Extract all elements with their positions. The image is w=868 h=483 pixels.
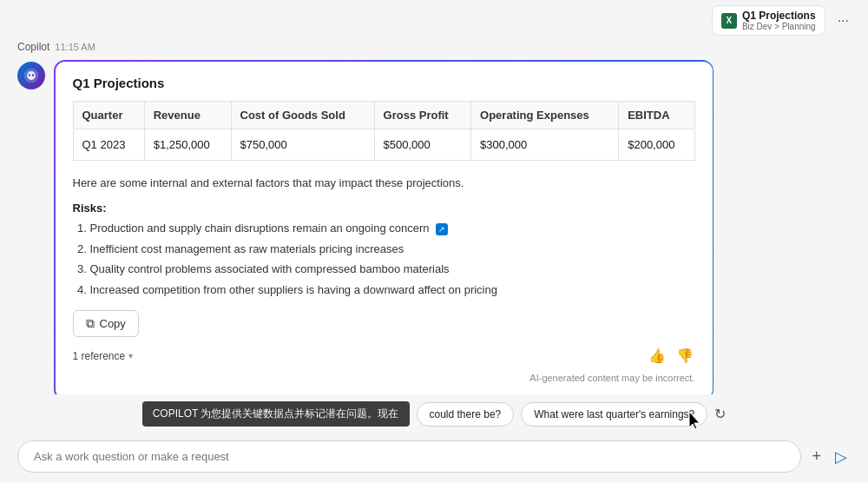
refresh-button[interactable]: ↻ [714,406,726,422]
cell-quarter: Q1 2023 [73,129,144,160]
col-operating-expenses: Operating Expenses [471,101,619,129]
add-button[interactable]: + [808,444,825,469]
card-footer: 1 reference ▾ 👍 👎 [73,346,695,366]
cell-operating-expenses: $300,000 [471,129,619,160]
excel-icon: X [721,13,737,29]
risk-3: Quality control problems associated with… [90,262,450,275]
col-quarter: Quarter [73,101,144,129]
file-path: Biz Dev > Planning [742,22,816,31]
file-chip[interactable]: X Q1 Projections Biz Dev > Planning [712,5,825,36]
risk-2: Inefficient cost management as raw mater… [90,242,404,255]
top-bar: X Q1 Projections Biz Dev > Planning ··· [0,0,868,41]
risk-1: Production and supply chain disruptions … [90,222,430,235]
message-row: Q1 Projections Quarter Revenue Cost of G… [17,60,851,394]
svg-point-1 [29,74,31,76]
projections-table: Quarter Revenue Cost of Goods Sold Gross… [73,101,695,161]
reference-label: 1 reference [73,350,126,362]
table-row: Q1 2023 $1,250,000 $750,000 $500,000 $30… [73,129,694,160]
copilot-banner: COPILOT 为您提供关键数据点并标记潜在问题。现在 [142,401,410,427]
thumbs-down-button[interactable]: 👎 [674,346,695,366]
svg-point-2 [32,74,35,76]
chat-area: Copilot 11:15 AM Q1 Projections Q [0,41,868,394]
col-ebitda: EBITDA [619,101,694,129]
col-revenue: Revenue [144,101,231,129]
list-item: Increased competition from other supplie… [90,281,695,299]
send-button[interactable]: ▷ [832,444,851,470]
list-item: Quality control problems associated with… [90,261,695,278]
more-options-button[interactable]: ··· [832,11,854,30]
risks-label: Risks: [73,202,695,215]
suggestions-area: COPILOT 为您提供关键数据点并标记潜在问题。现在 could there … [0,394,868,433]
copilot-avatar [17,62,45,89]
input-bar: + ▷ [0,433,868,483]
cell-gross-profit: $500,000 [374,129,470,160]
risk-4: Increased competition from other supplie… [90,283,497,296]
message-card-wrapper: Q1 Projections Quarter Revenue Cost of G… [54,60,713,394]
message-time: 11:15 AM [55,42,95,52]
col-gross-profit: Gross Profit [374,101,470,129]
list-item: Production and supply chain disruptions … [90,220,695,237]
description-text: Here are some internal and external fact… [73,175,695,192]
ai-disclaimer: AI-generated content may be incorrect. [529,373,694,383]
file-info: Q1 Projections Biz Dev > Planning [742,10,816,31]
feedback-buttons: 👍 👎 [647,346,695,366]
copilot-name: Copilot [17,41,49,53]
copy-label: Copy [100,317,126,330]
table-header-row: Quarter Revenue Cost of Goods Sold Gross… [73,101,694,129]
card-title: Q1 Projections [73,76,695,90]
copy-icon: ⧉ [86,316,95,331]
chevron-down-icon: ▾ [128,351,133,361]
copilot-label: Copilot 11:15 AM [17,41,851,53]
message-card: Q1 Projections Quarter Revenue Cost of G… [56,62,713,395]
col-cogs: Cost of Goods Sold [231,101,374,129]
risks-list: Production and supply chain disruptions … [73,220,695,298]
risk-link-icon[interactable]: ↗ [436,223,448,235]
thumbs-up-button[interactable]: 👍 [647,346,667,366]
suggestion-chip-2[interactable]: What were last quarter's earnings? [521,402,707,427]
suggestion-chip-1[interactable]: could there be? [417,402,515,427]
cell-cogs: $750,000 [231,129,374,160]
chat-input[interactable] [17,440,801,473]
reference-button[interactable]: 1 reference ▾ [73,350,134,362]
copy-button[interactable]: ⧉ Copy [73,310,139,337]
list-item: Inefficient cost management as raw mater… [90,241,695,258]
cell-revenue: $1,250,000 [144,129,231,160]
file-name: Q1 Projections [742,10,816,22]
cell-ebitda: $200,000 [619,129,694,160]
